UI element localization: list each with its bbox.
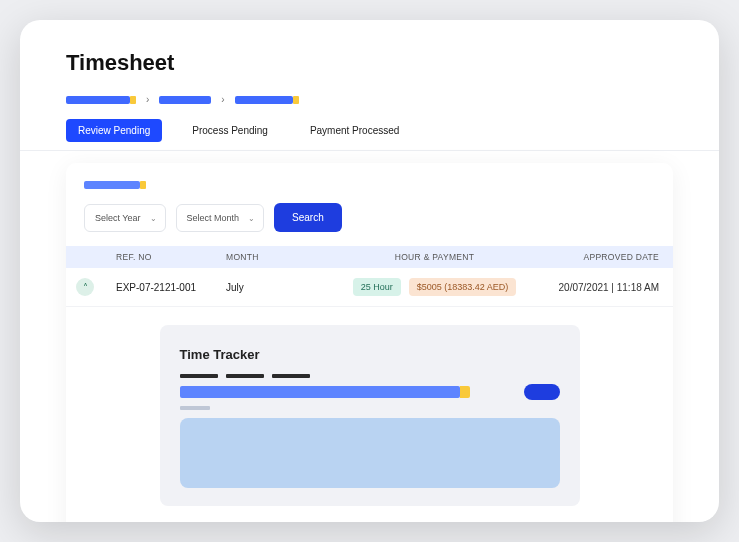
select-month[interactable]: Select Month ⌄ bbox=[176, 204, 265, 232]
tabs: Review Pending Process Pending Payment P… bbox=[66, 119, 673, 142]
filter-row: Select Year ⌄ Select Month ⌄ Search bbox=[84, 203, 655, 232]
expand-toggle[interactable]: ˄ bbox=[76, 278, 94, 296]
tracker-sub-placeholder bbox=[180, 406, 210, 410]
col-approved: APPROVED DATE bbox=[533, 252, 663, 262]
search-button[interactable]: Search bbox=[274, 203, 342, 232]
time-tracker-card: Time Tracker bbox=[160, 325, 580, 506]
chevron-right-icon: › bbox=[221, 94, 224, 105]
app-window: Timesheet › › Review Pending Process Pen… bbox=[20, 20, 719, 522]
chevron-down-icon: ⌄ bbox=[248, 213, 255, 222]
tracker-progress-bar bbox=[180, 386, 514, 398]
select-year[interactable]: Select Year ⌄ bbox=[84, 204, 166, 232]
chevron-down-icon: ⌄ bbox=[150, 213, 157, 222]
divider bbox=[20, 150, 719, 151]
breadcrumb-item-2[interactable] bbox=[159, 96, 211, 104]
tab-payment-processed[interactable]: Payment Processed bbox=[298, 119, 412, 142]
breadcrumb-item-3[interactable] bbox=[235, 96, 293, 104]
chevron-up-icon: ˄ bbox=[83, 282, 88, 293]
payment-badge: $5005 (18383.42 AED) bbox=[409, 278, 517, 296]
table-row: ˄ EXP-07-2121-001 July 25 Hour $5005 (18… bbox=[66, 268, 673, 307]
cell-approved-date: 20/07/2021 | 11:18 AM bbox=[533, 282, 663, 293]
tracker-content-area bbox=[180, 418, 560, 488]
content-panel: Select Year ⌄ Select Month ⌄ Search REF.… bbox=[66, 163, 673, 522]
breadcrumb-accent-3 bbox=[293, 96, 299, 104]
section-heading-placeholder bbox=[84, 181, 655, 189]
cell-month: July bbox=[226, 282, 336, 293]
tab-review-pending[interactable]: Review Pending bbox=[66, 119, 162, 142]
hour-badge: 25 Hour bbox=[353, 278, 401, 296]
select-year-label: Select Year bbox=[95, 213, 141, 223]
breadcrumb-item-1[interactable] bbox=[66, 96, 130, 104]
tab-process-pending[interactable]: Process Pending bbox=[180, 119, 280, 142]
action-row: Approve Reject bbox=[66, 516, 673, 522]
select-month-label: Select Month bbox=[187, 213, 240, 223]
col-ref: REF. NO bbox=[116, 252, 226, 262]
table-header: REF. NO MONTH HOUR & PAYMENT APPROVED DA… bbox=[66, 246, 673, 268]
col-hour-payment: HOUR & PAYMENT bbox=[336, 252, 533, 262]
cell-ref: EXP-07-2121-001 bbox=[116, 282, 226, 293]
col-month: MONTH bbox=[226, 252, 336, 262]
tracker-title: Time Tracker bbox=[180, 347, 560, 362]
breadcrumb: › › bbox=[66, 94, 673, 105]
chevron-right-icon: › bbox=[146, 94, 149, 105]
page-title: Timesheet bbox=[66, 50, 673, 76]
cell-hour-payment: 25 Hour $5005 (18383.42 AED) bbox=[336, 278, 533, 296]
tracker-tab-placeholders bbox=[180, 374, 560, 378]
header-region: Timesheet › › Review Pending Process Pen… bbox=[20, 20, 719, 142]
tracker-action-button[interactable] bbox=[524, 384, 560, 400]
breadcrumb-accent-1 bbox=[130, 96, 136, 104]
